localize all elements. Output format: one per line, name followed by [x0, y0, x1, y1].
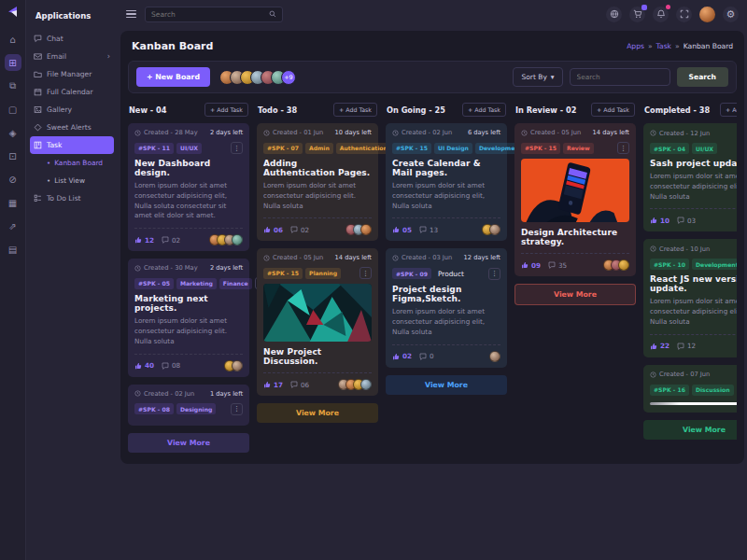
task-card[interactable]: Created - 30 May2 days left #SPK - 05Mar… [128, 259, 249, 376]
board-search-input[interactable] [570, 68, 670, 86]
breadcrumb: Apps» Task» Kanban Board [627, 42, 733, 50]
sidebar-item-email[interactable]: Email › [26, 48, 118, 65]
menu-toggle-icon[interactable] [126, 8, 136, 20]
card-menu-button[interactable]: ⋮ [231, 142, 243, 154]
task-card[interactable]: Created - 07 Jun✓ #SPK - 16Discussion [643, 365, 737, 413]
card-tag: Discussion [692, 385, 734, 396]
cards-icon[interactable]: ▦ [5, 194, 21, 211]
card-menu-button[interactable]: ⋮ [617, 142, 629, 154]
comments-button[interactable]: 03 [677, 217, 696, 225]
like-button[interactable]: 10 [650, 217, 669, 225]
layers-icon[interactable]: ⧉ [5, 77, 21, 94]
settings-gear-icon[interactable]: ⚙ [723, 7, 739, 22]
bell-icon[interactable] [653, 7, 669, 22]
like-button[interactable]: 12 [134, 236, 154, 245]
clock-icon [392, 130, 399, 136]
card-title: React JS new version update. [650, 274, 737, 293]
like-button[interactable]: 22 [650, 342, 669, 350]
globe-icon[interactable] [606, 7, 622, 22]
card-days-left: 12 days left [464, 254, 500, 261]
like-button[interactable]: 17 [263, 381, 283, 389]
sidebar-subitem-list-view[interactable]: • List View [26, 172, 118, 189]
like-button[interactable]: 02 [392, 352, 412, 360]
sidebar-item-chat[interactable]: Chat [26, 30, 118, 48]
fullscreen-icon[interactable] [676, 7, 692, 22]
comments-button[interactable]: 35 [548, 261, 567, 270]
card-menu-button[interactable]: ⋮ [231, 403, 243, 415]
view-more-button[interactable]: View More [128, 433, 249, 453]
card-title: New Project Discussion. [263, 347, 372, 366]
card-created: Created - 02 Jun [402, 129, 452, 136]
task-card[interactable]: Created - 01 Jun10 days left #SPK - 07Ad… [257, 123, 378, 241]
view-more-button[interactable]: View More [386, 375, 507, 395]
home-icon[interactable]: ⌂ [5, 31, 21, 48]
sidebar-subitem-kanban-board[interactable]: • Kanban Board [26, 154, 118, 172]
card-tag: UI/UX [176, 143, 202, 154]
pages-icon[interactable]: ▢ [5, 101, 21, 118]
like-button[interactable]: 09 [521, 261, 541, 270]
comment-icon [677, 343, 684, 350]
comments-button[interactable]: 13 [419, 226, 438, 234]
sort-by-dropdown[interactable]: Sort By ▾ [513, 67, 562, 87]
view-more-button[interactable]: View More [643, 420, 737, 440]
sidebar: Applications Chat Email › File Manager F… [26, 0, 118, 560]
bullet-icon: • [47, 160, 50, 167]
sidebar-item-task[interactable]: Task [30, 136, 114, 154]
main-area: ⚙ Kanban Board Apps» Task» Kanban Board … [118, 0, 747, 560]
add-task-button[interactable]: + Add Task [591, 103, 635, 117]
comments-button[interactable]: 02 [162, 236, 180, 245]
sidebar-item-full-calendar[interactable]: Full Calendar [26, 83, 118, 101]
card-created: Created - 01 Jun [273, 129, 323, 136]
card-menu-button[interactable]: ⋮ [488, 268, 500, 280]
task-card[interactable]: Created - 05 Jun14 days left #SPK - 15Re… [514, 123, 636, 276]
board-search-button[interactable]: Search [677, 67, 728, 87]
card-tag: #SPK - 15 [263, 268, 303, 279]
comments-button[interactable]: 0 [419, 352, 434, 360]
user-avatar[interactable] [699, 7, 715, 22]
breadcrumb-apps[interactable]: Apps [627, 42, 644, 50]
sidebar-item-gallery[interactable]: Gallery [26, 101, 118, 119]
task-card[interactable]: Created - 05 Jun14 days left #SPK - 15Pl… [257, 248, 378, 396]
apps-grid-icon[interactable]: ⊞ [5, 54, 21, 71]
task-card[interactable]: Created - 10 Jun✓ #SPK - 10Development R… [643, 239, 737, 357]
add-task-button[interactable]: + Add Task [204, 103, 248, 117]
like-button[interactable]: 06 [263, 226, 283, 234]
like-button[interactable]: 05 [392, 226, 412, 234]
new-board-button[interactable]: + New Board [136, 67, 210, 87]
card-body: Lorem ipsum dolor sit amet consectetur a… [263, 181, 372, 211]
comments-button[interactable]: 12 [677, 342, 696, 350]
add-task-button[interactable]: + Add Task [462, 103, 506, 117]
comments-button[interactable]: 08 [162, 361, 180, 370]
comments-button[interactable]: 06 [290, 381, 309, 389]
card-menu-button[interactable]: ⋮ [359, 267, 372, 279]
ecommerce-icon[interactable]: ⊡ [5, 147, 21, 164]
cart-icon[interactable] [629, 7, 645, 22]
widgets-icon[interactable]: ◈ [5, 124, 21, 141]
sidebar-item-file-manager[interactable]: File Manager [26, 65, 118, 83]
tables-icon[interactable]: ▤ [5, 241, 21, 258]
add-task-button[interactable]: + Add Task [333, 103, 377, 117]
card-created: Created - 07 Jun [659, 371, 710, 378]
comment-icon [677, 217, 684, 224]
sidebar-item-to-do-list[interactable]: To Do List [26, 189, 118, 207]
task-card[interactable]: Created - 02 Jun6 days left #SPK - 15UI … [386, 123, 507, 241]
brand-logo-icon[interactable] [7, 6, 19, 18]
global-search-input[interactable] [151, 10, 269, 19]
disc-icon[interactable]: ⊘ [5, 171, 21, 188]
add-task-button[interactable]: + Add Task [720, 103, 737, 117]
task-card[interactable]: Created - 28 May2 days left #SPK - 11UI/… [128, 123, 249, 251]
sidebar-item-sweet-alerts[interactable]: Sweet Alerts [26, 119, 118, 136]
task-card[interactable]: Created - 03 Jun12 days left #SPK - 09Pr… [386, 248, 507, 367]
card-title: Design Architecture strategy. [521, 228, 629, 246]
charts-icon[interactable]: ⇗ [5, 217, 21, 234]
view-more-button[interactable]: View More [514, 284, 636, 305]
breadcrumb-task[interactable]: Task [656, 42, 671, 50]
comments-button[interactable]: 02 [290, 226, 309, 234]
view-more-button[interactable]: View More [257, 403, 378, 423]
task-card[interactable]: Created - 12 Jun✓ #SPK - 04UI/UX Sash pr… [643, 123, 737, 231]
more-avatars-badge[interactable]: +9 [281, 70, 296, 85]
like-button[interactable]: 40 [134, 361, 154, 370]
task-card[interactable]: Created - 02 Jun1 days left #SPK - 08Des… [128, 385, 249, 426]
card-tag: Authentication [336, 143, 391, 154]
card-body: Lorem ipsum dolor sit amet consectetur a… [134, 316, 243, 346]
